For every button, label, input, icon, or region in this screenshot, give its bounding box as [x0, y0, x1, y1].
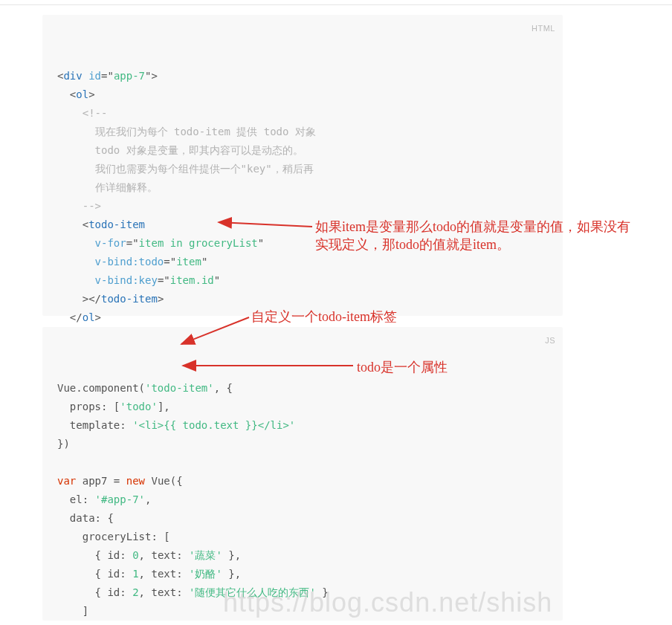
html-code-block: HTML <div id="app-7"> <ol> <!-- 现在我们为每个 … — [42, 15, 563, 316]
code-text: div — [63, 70, 82, 82]
code-text: < — [83, 218, 88, 230]
code-text: '#app-7' — [95, 493, 145, 505]
code-comment: todo 对象是变量，即其内容可以是动态的。 — [95, 144, 303, 156]
code-text: , text: — [139, 568, 189, 580]
code-text: > — [158, 293, 164, 305]
code-text: " — [132, 237, 138, 249]
code-text: v-bind:todo — [95, 256, 164, 268]
code-text: ], — [158, 401, 170, 412]
code-text — [83, 70, 88, 82]
code-text: " — [258, 237, 264, 249]
code-comment: 我们也需要为每个组件提供一个"key"，稍后再 — [95, 163, 314, 175]
code-text: " — [164, 274, 169, 286]
code-text: todo-item — [101, 293, 158, 305]
code-text: }, — [222, 549, 241, 561]
annotation-text: todo是一个属性 — [357, 360, 448, 375]
js-code-block: JS Vue.component('todo-item', { props: [… — [42, 327, 563, 621]
annotation-text: 实现定义，那todo的值就是item。 — [315, 236, 665, 253]
code-comment: 作详细解释。 — [95, 181, 158, 193]
code-text: item — [176, 256, 201, 268]
code-text: , text: — [139, 586, 189, 598]
top-divider — [0, 4, 672, 5]
code-block-lang-label: JS — [545, 331, 555, 350]
code-text: 'todo-item' — [145, 382, 214, 394]
code-text: props: [ — [57, 401, 120, 412]
annotation-item-variable: 如果item是变量那么todo的值就是变量的值，如果没有 实现定义，那todo的… — [315, 218, 665, 253]
code-text: { id: — [57, 549, 132, 561]
code-text: id — [88, 70, 101, 82]
code-text: > — [95, 311, 101, 323]
code-text: v-bind:key — [95, 274, 158, 286]
code-text: , text: — [139, 549, 189, 561]
code-text: , — [145, 493, 151, 505]
code-comment: 现在我们为每个 todo-item 提供 todo 对象 — [95, 126, 316, 137]
code-text: Vue.component( — [57, 382, 145, 394]
annotation-text: 自定义一个todo-item标签 — [251, 309, 397, 324]
code-text: { id: — [57, 568, 132, 580]
watermark-text: https://blog.csdn.net/shish — [223, 587, 552, 618]
code-text: app-7 — [114, 70, 145, 82]
code-text: }) — [57, 438, 70, 450]
code-text: > — [152, 70, 158, 82]
code-text: > — [88, 88, 94, 100]
code-text: Vue({ — [145, 475, 183, 487]
code-text: " — [145, 70, 151, 82]
code-text: 'todo' — [120, 401, 158, 412]
code-comment: <!-- — [83, 107, 108, 119]
code-text: v-for — [95, 237, 126, 249]
code-text: " — [107, 70, 113, 82]
code-text: app7 = — [76, 475, 126, 487]
code-comment: --> — [83, 200, 101, 212]
code-text: item in groceryList — [139, 237, 258, 249]
code-text: ] — [57, 605, 88, 617]
code-text: </ — [88, 293, 101, 305]
code-text: { id: — [57, 586, 132, 598]
annotation-custom-tag: 自定义一个todo-item标签 — [251, 308, 397, 326]
code-text: = — [164, 256, 169, 268]
code-text: data: { — [57, 512, 114, 524]
code-text: > — [83, 293, 88, 305]
code-text: 1 — [132, 568, 138, 580]
code-text: </ — [70, 311, 83, 323]
code-text: template: — [57, 419, 132, 431]
code-text: item.id — [170, 274, 214, 286]
code-text: ol — [83, 311, 95, 323]
code-text: 2 — [132, 586, 138, 598]
code-text: '<li>{{ todo.text }}</li>' — [132, 419, 295, 431]
annotation-text: 如果item是变量那么todo的值就是变量的值，如果没有 — [315, 218, 665, 236]
code-text: '蔬菜' — [189, 549, 222, 561]
code-text: todo-item — [88, 218, 145, 230]
code-text: groceryList: [ — [57, 531, 170, 543]
code-text: , { — [214, 382, 233, 394]
code-text: new — [126, 475, 145, 487]
code-text: ol — [76, 88, 88, 100]
code-text: = — [126, 237, 132, 249]
code-text: '奶酪' — [189, 568, 222, 580]
code-text: " — [214, 274, 220, 286]
code-text: " — [170, 256, 176, 268]
annotation-todo-prop: todo是一个属性 — [357, 358, 448, 376]
code-text: " — [201, 256, 207, 268]
code-block-lang-label: HTML — [532, 19, 555, 38]
code-text: 0 — [132, 549, 138, 561]
code-text: var — [57, 475, 76, 487]
code-text: el: — [57, 493, 95, 505]
code-text: }, — [222, 568, 241, 580]
